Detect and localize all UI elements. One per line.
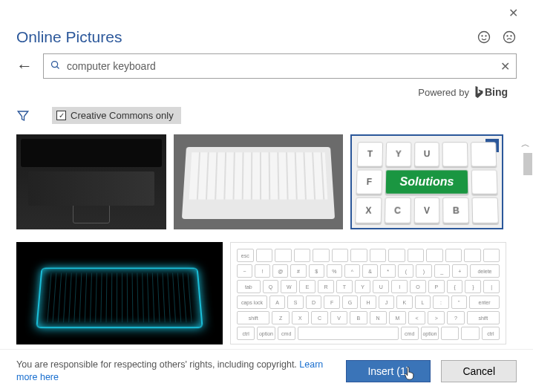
- insert-button[interactable]: Insert (1): [346, 360, 431, 382]
- svg-point-3: [504, 32, 515, 43]
- creative-commons-label: Creative Commons only: [71, 110, 174, 121]
- creative-commons-toggle[interactable]: ✓ Creative Commons only: [52, 107, 181, 124]
- result-thumbnail[interactable]: [174, 134, 343, 229]
- svg-point-4: [507, 36, 508, 36]
- result-thumbnail-selected[interactable]: ✓ T Y U F Solutions X C V B: [350, 134, 503, 229]
- svg-point-0: [479, 32, 490, 43]
- result-thumbnail[interactable]: esc~!@#$%^&*()_+deletetabQWERTYUIOP{}|ca…: [230, 242, 506, 344]
- result-thumbnail[interactable]: [16, 134, 166, 229]
- smiley-icon[interactable]: [477, 30, 491, 45]
- search-icon: [50, 59, 61, 74]
- svg-point-2: [485, 36, 486, 36]
- back-button[interactable]: ←: [16, 58, 33, 74]
- cancel-button[interactable]: Cancel: [441, 360, 517, 382]
- result-thumbnail[interactable]: [16, 242, 223, 344]
- clear-search-button[interactable]: ✕: [500, 59, 510, 74]
- scroll-up-button[interactable]: ︿: [521, 138, 530, 151]
- search-input[interactable]: [67, 60, 500, 72]
- powered-by-label: Powered by Bing: [0, 83, 533, 107]
- bing-logo-icon: Bing: [474, 86, 508, 98]
- disclaimer-text: You are responsible for respecting other…: [16, 359, 336, 384]
- search-box[interactable]: ✕: [43, 53, 517, 79]
- dialog-title: Online Pictures: [16, 28, 122, 46]
- scrollbar-thumb[interactable]: [523, 153, 532, 175]
- sad-face-icon[interactable]: [502, 30, 517, 45]
- filter-icon[interactable]: [16, 109, 30, 122]
- svg-point-5: [511, 36, 511, 36]
- svg-point-1: [482, 36, 483, 36]
- close-dialog-button[interactable]: ✕: [509, 6, 518, 20]
- svg-point-6: [52, 61, 58, 67]
- svg-line-7: [57, 66, 59, 68]
- checkbox-checked-icon: ✓: [56, 111, 66, 120]
- results-grid: ✓ T Y U F Solutions X C V B esc~!@#$%^&*…: [0, 134, 533, 350]
